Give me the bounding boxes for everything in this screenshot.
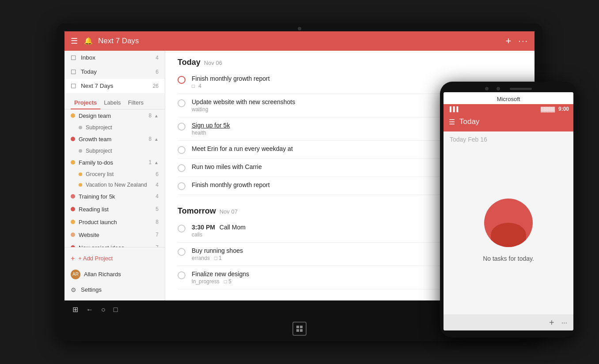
project-dot-training	[71, 194, 75, 199]
phone-circle-inner	[491, 223, 526, 247]
add-project-plus-icon: +	[71, 255, 75, 263]
tab-filters[interactable]: Filters	[125, 97, 147, 109]
project-item-growth[interactable]: Growth team 8 ▲	[64, 133, 165, 146]
multitask-button[interactable]: □	[114, 306, 118, 314]
more-button[interactable]: ···	[518, 36, 528, 46]
day-label-today: Today	[178, 58, 201, 67]
subdot-grocery	[79, 173, 82, 176]
search-button[interactable]: ○	[101, 306, 106, 314]
subproject-label-grocery: Grocery list	[86, 171, 114, 177]
task-checkbox[interactable]	[178, 76, 186, 84]
svg-rect-0	[296, 326, 299, 328]
project-count-growth: 8	[148, 136, 152, 142]
tab-projects[interactable]: Projects	[71, 97, 100, 109]
project-item-reading[interactable]: Reading list 5	[64, 203, 165, 216]
task-checkbox[interactable]	[178, 225, 186, 233]
project-dot-reading	[71, 207, 75, 211]
project-count-product: 8	[155, 219, 159, 225]
bell-icon[interactable]: 🔔	[84, 37, 93, 45]
subproject-label-design: Subproject	[86, 124, 112, 131]
project-item-newproject[interactable]: New project ideas 7	[64, 241, 165, 247]
phone-brand: Microsoft	[444, 92, 573, 104]
hamburger-button[interactable]: ☰	[71, 36, 78, 46]
task-title: Finish monthly growth report	[192, 75, 522, 82]
add-project-label: + Add Project	[78, 255, 113, 262]
subproject-vacation[interactable]: Vacation to New Zealand 4	[64, 180, 165, 190]
project-count-website: 7	[155, 232, 159, 238]
project-dot-growth	[71, 137, 75, 141]
task-checkbox[interactable]	[178, 271, 186, 279]
project-item-training[interactable]: Training for 5k 4	[64, 190, 165, 203]
project-label-training: Training for 5k	[79, 193, 115, 200]
today-count: 6	[155, 69, 159, 75]
task-link[interactable]: Sign up for 5k	[192, 122, 230, 129]
subproject-label-growth: Subproject	[86, 148, 112, 154]
sidebar-item-next7[interactable]: ☐ Next 7 Days 26	[64, 79, 165, 93]
project-tabs: Projects Labels Filters	[64, 95, 165, 109]
phone-device: Microsoft ▐▐▐ ▓▓▓▓ 9:00 ☰ Today Today Fe…	[440, 82, 577, 338]
settings-item[interactable]: ⚙ Settings	[64, 283, 165, 297]
user-name: Allan Richards	[84, 271, 121, 278]
tab-labels[interactable]: Labels	[100, 97, 124, 109]
subdot-vacation	[79, 183, 82, 187]
phone-more-button[interactable]: ···	[561, 319, 567, 327]
task-checkbox[interactable]	[178, 164, 186, 172]
task-checkbox[interactable]	[178, 182, 186, 190]
windows-button[interactable]: ⊞	[72, 305, 78, 314]
project-item-website[interactable]: Website 7	[64, 229, 165, 241]
subproject-design[interactable]: Subproject	[64, 122, 165, 133]
phone-title: Today	[459, 117, 479, 126]
sidebar: ☐ Inbox 4 ☐ Today 6 ☐ Next 7 Days 26 Pro…	[64, 51, 165, 300]
task-checkbox[interactable]	[178, 123, 186, 131]
inbox-count: 4	[155, 55, 159, 61]
tablet-home-button[interactable]	[292, 322, 307, 336]
project-dot-website	[71, 233, 75, 237]
next7-count: 26	[153, 83, 159, 89]
subdot-design	[79, 126, 82, 129]
back-button[interactable]: ←	[86, 306, 93, 314]
day-date-today: Nov 06	[204, 60, 222, 66]
phone-camera2	[497, 87, 500, 90]
tablet-camera	[298, 27, 301, 30]
app-title: Next 7 Days	[98, 37, 505, 45]
windows-home-icon	[296, 325, 303, 332]
project-label-design: Design team	[79, 113, 111, 119]
chevron-growth: ▲	[154, 137, 159, 142]
app-header: ☰ 🔔 Next 7 Days + ···	[64, 31, 535, 51]
phone-add-button[interactable]: +	[549, 318, 554, 328]
sidebar-item-inbox[interactable]: ☐ Inbox 4	[64, 51, 165, 65]
user-profile[interactable]: AR Allan Richards	[64, 266, 165, 283]
sidebar-item-today[interactable]: ☐ Today 6	[64, 65, 165, 79]
project-item-design[interactable]: Design team 8 ▲	[64, 109, 165, 122]
svg-rect-1	[300, 326, 303, 328]
project-dot-design	[71, 113, 75, 118]
project-item-product[interactable]: Product launch 8	[64, 216, 165, 229]
task-checkbox[interactable]	[178, 99, 186, 107]
project-item-family[interactable]: Family to-dos 1 ▲	[64, 156, 165, 169]
task-sub-icon: □	[192, 83, 195, 89]
task-checkbox[interactable]	[178, 248, 186, 256]
next7-icon: ☐	[71, 83, 76, 90]
phone-circle-graphic	[484, 199, 533, 247]
phone-today-label: Today Feb 16	[444, 131, 573, 146]
project-dot-family	[71, 160, 75, 165]
subproject-growth[interactable]: Subproject	[64, 146, 165, 156]
subproject-grocery[interactable]: Grocery list 6	[64, 169, 165, 180]
phone-status-bar: ▐▐▐ ▓▓▓▓ 9:00	[444, 104, 573, 114]
project-count-family: 1	[148, 159, 152, 165]
project-count-reading: 5	[155, 206, 159, 212]
phone-body: Today Feb 16 No tasks for today.	[444, 131, 573, 315]
phone-screen: Microsoft ▐▐▐ ▓▓▓▓ 9:00 ☰ Today Today Fe…	[444, 92, 573, 330]
phone-footer: + ···	[444, 315, 573, 330]
inbox-label: Inbox	[81, 54, 95, 61]
today-label: Today	[81, 68, 97, 75]
add-button[interactable]: +	[505, 35, 511, 47]
user-avatar: AR	[71, 270, 80, 279]
day-label-tomorrow: Tomorrow	[178, 206, 216, 216]
project-count-design: 8	[148, 113, 152, 119]
phone-camera-area	[444, 87, 573, 90]
today-icon: ☐	[71, 68, 76, 75]
add-project-button[interactable]: + + Add Project	[64, 251, 165, 266]
task-checkbox[interactable]	[178, 146, 186, 154]
phone-hamburger[interactable]: ☰	[449, 118, 455, 126]
